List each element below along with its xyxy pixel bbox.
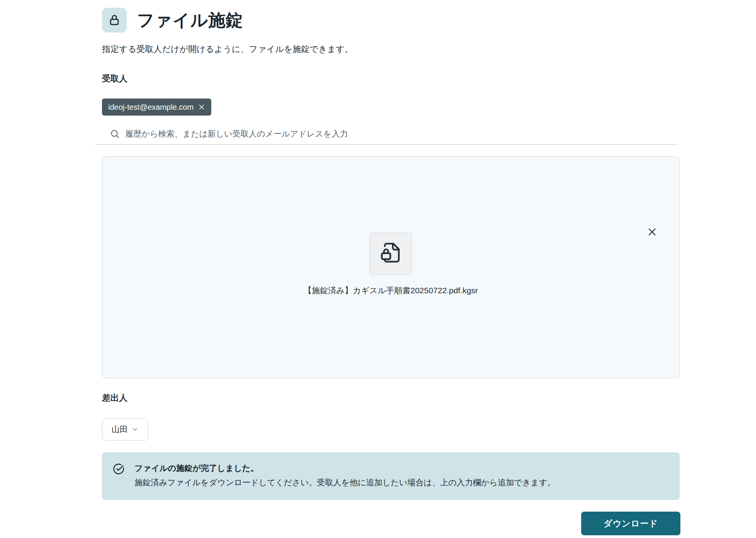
success-notice: ファイルの施錠が完了しました。 施錠済みファイルをダウンロードしてください。受取… (102, 452, 680, 500)
notice-title: ファイルの施錠が完了しました。 (135, 462, 556, 474)
recipient-chip[interactable]: ideoj-test@example.com (102, 99, 211, 116)
recipient-chip-email: ideoj-test@example.com (108, 103, 193, 112)
search-icon (110, 129, 120, 139)
sender-selected-value: 山田 (112, 424, 128, 435)
file-lock-icon (379, 242, 403, 266)
chevron-down-icon (131, 426, 139, 433)
app-icon-tile (102, 8, 127, 33)
notice-text: ファイルの施錠が完了しました。 施錠済みファイルをダウンロードしてください。受取… (135, 462, 556, 488)
close-icon[interactable] (198, 104, 205, 111)
check-circle-icon (113, 463, 124, 488)
recipient-search-field[interactable] (95, 129, 678, 145)
recipients-label: 受取人 (102, 73, 680, 85)
recipient-chip-row: ideoj-test@example.com (102, 99, 680, 116)
locked-file-name: 【施錠済み】カギスル手順書20250722.pdf.kgsr (304, 285, 478, 296)
page-header: ファイル施錠 (102, 8, 680, 33)
file-dropzone[interactable]: 【施錠済み】カギスル手順書20250722.pdf.kgsr (102, 156, 680, 378)
main-content: ファイル施錠 指定する受取人だけが開けるように、ファイルを施錠できます。 受取人… (102, 0, 680, 535)
notice-body: 施錠済みファイルをダウンロードしてください。受取人を他に追加したい場合は、上の入… (135, 477, 556, 488)
download-button[interactable]: ダウンロード (581, 512, 680, 535)
sender-dropdown[interactable]: 山田 (102, 418, 148, 441)
page-title: ファイル施錠 (137, 9, 243, 32)
sender-label: 差出人 (102, 392, 680, 404)
lock-icon (107, 13, 121, 27)
recipient-search-input[interactable] (125, 129, 629, 138)
file-tile (369, 232, 412, 275)
close-icon (647, 227, 657, 237)
page-subtitle: 指定する受取人だけが開けるように、ファイルを施錠できます。 (102, 43, 680, 55)
footer-actions: ダウンロード (102, 512, 680, 535)
remove-file-button[interactable] (645, 225, 659, 239)
locked-file: 【施錠済み】カギスル手順書20250722.pdf.kgsr (102, 232, 679, 296)
